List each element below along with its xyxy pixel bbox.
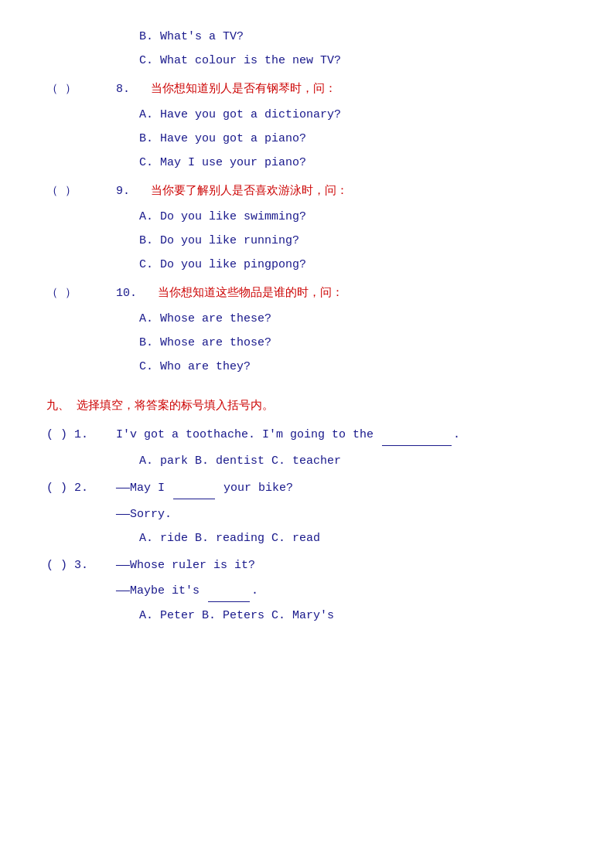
maybe-line: ——Maybe it's . xyxy=(116,580,568,602)
option-9a: A. Do you like swimming? xyxy=(139,206,568,227)
question-8: （ ） 8. 当你想知道别人是否有钢琴时，问： xyxy=(46,79,568,100)
sorry-line: ——Sorry. xyxy=(116,504,568,525)
option-8c: C. May I use your piano? xyxy=(139,152,568,173)
option-10b: B. Whose are those? xyxy=(139,332,568,353)
blank-s9-2 xyxy=(173,478,215,499)
main-content: B. What's a TV? C. What colour is the ne… xyxy=(46,26,568,626)
options-s9-2: A. ride B. reading C. read xyxy=(139,528,568,549)
blank-s9-3 xyxy=(208,580,250,602)
option-9b: B. Do you like running? xyxy=(139,230,568,251)
paren-9: （ ） xyxy=(46,181,116,202)
option-8b: B. Have you got a piano? xyxy=(139,128,568,149)
section9-q2: ( ) 2. ——May I your bike? xyxy=(46,478,568,499)
option-9c: C. Do you like pingpong? xyxy=(139,254,568,275)
option-8a: A. Have you got a dictionary? xyxy=(139,104,568,125)
section9-q3: ( ) 3. ——Whose ruler is it? xyxy=(46,555,568,576)
paren-s9-3: ( ) 3. xyxy=(46,555,116,576)
paren-s9-2: ( ) 2. xyxy=(46,478,116,499)
option-c-colour: C. What colour is the new TV? xyxy=(139,50,568,71)
option-b-tv: B. What's a TV? xyxy=(139,26,568,47)
section-9-header: 九、 选择填空，将答案的标号填入括号内。 xyxy=(46,396,568,417)
question-9: （ ） 9. 当你要了解别人是否喜欢游泳时，问： xyxy=(46,181,568,202)
option-10a: A. Whose are these? xyxy=(139,308,568,329)
option-10c: C. Who are they? xyxy=(139,356,568,377)
blank-s9-1 xyxy=(382,424,452,446)
paren-10: （ ） xyxy=(46,283,116,304)
question-10: （ ） 10. 当你想知道这些物品是谁的时，问： xyxy=(46,283,568,304)
options-s9-3: A. Peter B. Peters C. Mary's xyxy=(139,605,568,626)
paren-8: （ ） xyxy=(46,79,116,100)
paren-s9-1: ( ) 1. xyxy=(46,424,116,445)
options-s9-1: A. park B. dentist C. teacher xyxy=(139,451,568,471)
section9-q1: ( ) 1. I'v got a toothache. I'm going to… xyxy=(46,424,568,446)
